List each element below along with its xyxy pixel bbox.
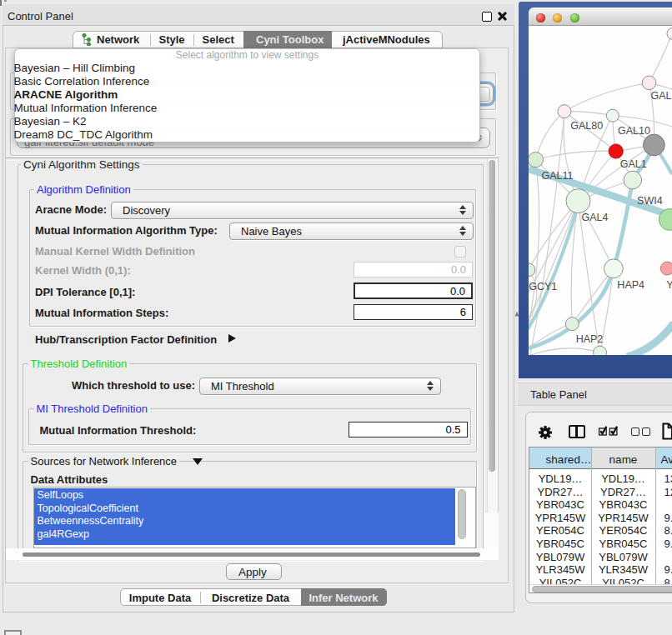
svg-text:GAL4: GAL4 [581,212,608,223]
svg-text:GCY1: GCY1 [529,281,557,292]
svg-text:GAL80: GAL80 [570,120,603,132]
svg-text:HAP4: HAP4 [617,279,644,291]
svg-text:SWI4: SWI4 [637,195,663,207]
svg-text:GAL7: GAL7 [651,90,672,102]
svg-text:YM: YM [666,279,672,291]
svg-text:HAP2: HAP2 [576,333,604,345]
svg-text:GAL1: GAL1 [620,158,647,170]
svg-text:GAL10: GAL10 [618,125,650,137]
svg-text:GAL11: GAL11 [542,170,574,182]
